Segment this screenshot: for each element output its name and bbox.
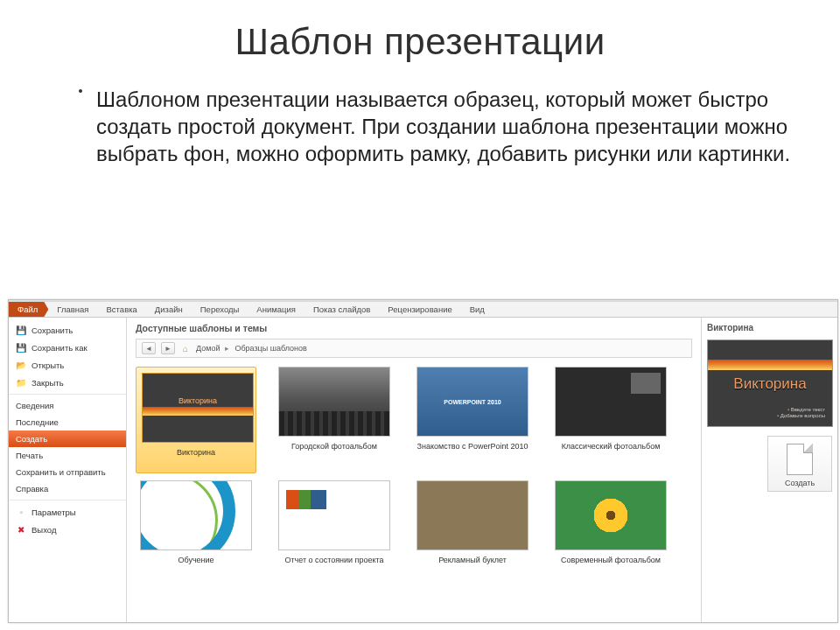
template-item-status-report[interactable]: Отчет о состоянии проекта bbox=[274, 480, 395, 575]
template-thumb bbox=[140, 480, 252, 550]
menu-save[interactable]: 💾 Сохранить bbox=[9, 321, 126, 339]
menu-exit[interactable]: ✖ Выход bbox=[9, 521, 126, 538]
menu-open-label: Открыть bbox=[32, 360, 64, 370]
menu-close-label: Закрыть bbox=[32, 378, 64, 388]
menu-save-as-label: Сохранить как bbox=[32, 343, 88, 353]
menu-print[interactable]: Печать bbox=[9, 447, 126, 464]
save-as-icon: 💾 bbox=[16, 342, 26, 353]
slide-body: Шаблоном презентации называется образец,… bbox=[0, 70, 840, 168]
tab-review[interactable]: Рецензирование bbox=[379, 302, 460, 317]
template-label: Отчет о состоянии проекта bbox=[274, 556, 395, 575]
template-item-training[interactable]: Обучение bbox=[136, 480, 256, 575]
tab-insert[interactable]: Вставка bbox=[98, 302, 146, 317]
backstage: 💾 Сохранить 💾 Сохранить как 📂 Открыть 📁 … bbox=[9, 318, 837, 622]
template-thumb bbox=[416, 480, 528, 550]
breadcrumb-forward-button[interactable]: ► bbox=[161, 342, 175, 354]
menu-open[interactable]: 📂 Открыть bbox=[9, 356, 126, 374]
template-item-modern-album[interactable]: Современный фотоальбом bbox=[550, 480, 671, 575]
templates-grid: Викторина Викторина Городской фотоальбом… bbox=[136, 367, 692, 575]
exit-icon: ✖ bbox=[16, 524, 26, 535]
preview-sub-line: Добавьте вопросы bbox=[777, 413, 825, 418]
template-thumb-text: POWERPOINT 2010 bbox=[444, 399, 500, 405]
powerpoint-backstage-window: Файл Главная Вставка Дизайн Переходы Ани… bbox=[8, 299, 838, 623]
template-thumb bbox=[555, 367, 667, 437]
menu-info-label: Сведения bbox=[16, 401, 53, 410]
menu-separator bbox=[9, 394, 126, 395]
home-icon[interactable]: ⌂ bbox=[180, 343, 191, 354]
template-thumb: POWERPOINT 2010 bbox=[416, 367, 528, 437]
template-label: Обучение bbox=[136, 556, 256, 575]
tab-transitions[interactable]: Переходы bbox=[192, 302, 248, 317]
slide-body-text: Шаблоном презентации называется образец,… bbox=[96, 88, 790, 165]
menu-print-label: Печать bbox=[16, 451, 43, 460]
tab-design[interactable]: Дизайн bbox=[146, 302, 192, 317]
menu-new[interactable]: Создать bbox=[9, 430, 126, 447]
template-label: Классический фотоальбом bbox=[550, 442, 671, 461]
menu-save-as[interactable]: 💾 Сохранить как bbox=[9, 339, 126, 356]
preview-slide: Викторина Введите текст Добавьте вопросы bbox=[707, 340, 833, 427]
create-button[interactable]: Создать bbox=[767, 436, 832, 492]
menu-share-label: Сохранить и отправить bbox=[16, 467, 106, 477]
templates-panel: Доступные шаблоны и темы ◄ ► ⌂ Домой ▸ О… bbox=[127, 318, 701, 622]
template-item-classic-album[interactable]: Классический фотоальбом bbox=[550, 367, 671, 473]
template-thumb: Викторина bbox=[142, 373, 254, 443]
menu-options[interactable]: ▫️ Параметры bbox=[9, 503, 126, 521]
template-label: Рекламный буклет bbox=[412, 556, 533, 575]
template-label: Викторина bbox=[142, 448, 250, 467]
breadcrumb: ◄ ► ⌂ Домой ▸ Образцы шаблонов bbox=[136, 339, 692, 358]
menu-exit-label: Выход bbox=[32, 525, 56, 535]
breadcrumb-current: Образцы шаблонов bbox=[234, 344, 306, 353]
template-thumb bbox=[278, 480, 390, 550]
menu-help-label: Справка bbox=[16, 484, 48, 494]
menu-close[interactable]: 📁 Закрыть bbox=[9, 374, 126, 391]
menu-recent-label: Последние bbox=[16, 417, 59, 427]
template-item-brochure[interactable]: Рекламный буклет bbox=[412, 480, 533, 575]
menu-share[interactable]: Сохранить и отправить bbox=[9, 464, 126, 480]
breadcrumb-back-button[interactable]: ◄ bbox=[142, 342, 156, 354]
menu-info[interactable]: Сведения bbox=[9, 397, 126, 414]
template-thumb bbox=[555, 480, 667, 550]
tab-animation[interactable]: Анимация bbox=[248, 302, 304, 317]
sunflower-icon bbox=[592, 497, 629, 534]
preview-sub-line: Введите текст bbox=[788, 407, 825, 412]
tab-slideshow[interactable]: Показ слайдов bbox=[304, 302, 379, 317]
slide-title: Шаблон презентации bbox=[0, 0, 840, 70]
template-label: Современный фотоальбом bbox=[550, 556, 671, 575]
preview-slide-subtext: Введите текст Добавьте вопросы bbox=[777, 407, 825, 419]
template-thumb-text: Викторина bbox=[143, 396, 253, 405]
preview-slide-title: Викторина bbox=[708, 375, 832, 393]
template-item-ppt-intro[interactable]: POWERPOINT 2010 Знакомство с PowerPoint … bbox=[412, 367, 533, 473]
ribbon-tabs: Файл Главная Вставка Дизайн Переходы Ани… bbox=[9, 302, 837, 318]
menu-help[interactable]: Справка bbox=[9, 480, 126, 497]
template-item-city-album[interactable]: Городской фотоальбом bbox=[274, 367, 395, 473]
tab-file[interactable]: Файл bbox=[9, 302, 48, 317]
template-label: Городской фотоальбом bbox=[274, 442, 395, 461]
breadcrumb-home[interactable]: Домой bbox=[196, 344, 220, 353]
options-icon: ▫️ bbox=[16, 507, 26, 517]
close-icon: 📁 bbox=[16, 377, 26, 388]
preview-panel: Викторина Викторина Введите текст Добавь… bbox=[701, 318, 837, 622]
template-thumb bbox=[278, 367, 390, 437]
save-icon: 💾 bbox=[16, 325, 26, 335]
file-menu: 💾 Сохранить 💾 Сохранить как 📂 Открыть 📁 … bbox=[9, 318, 127, 622]
menu-separator bbox=[9, 500, 126, 500]
document-icon bbox=[787, 444, 813, 475]
menu-save-label: Сохранить bbox=[32, 326, 73, 335]
create-button-label: Создать bbox=[772, 479, 828, 487]
bullet-icon bbox=[79, 89, 82, 93]
menu-recent[interactable]: Последние bbox=[9, 414, 126, 430]
tab-view[interactable]: Вид bbox=[461, 302, 494, 317]
tab-home[interactable]: Главная bbox=[48, 302, 97, 317]
menu-new-label: Создать bbox=[16, 434, 47, 444]
template-label: Знакомство с PowerPoint 2010 bbox=[412, 442, 533, 461]
template-item-viktorina[interactable]: Викторина Викторина bbox=[136, 367, 256, 473]
preview-title: Викторина bbox=[707, 323, 832, 332]
section-title: Доступные шаблоны и темы bbox=[136, 323, 692, 333]
open-icon: 📂 bbox=[16, 360, 26, 370]
menu-options-label: Параметры bbox=[32, 508, 76, 517]
chevron-right-icon: ▸ bbox=[225, 344, 229, 353]
